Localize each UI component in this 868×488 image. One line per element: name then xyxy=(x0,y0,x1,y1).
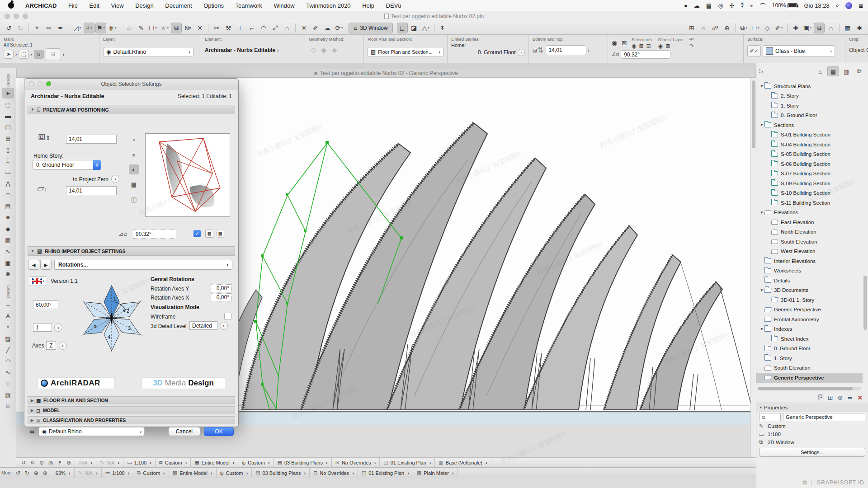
hscrollbar-thumb[interactable] xyxy=(758,387,853,390)
label-tool-icon[interactable]: ⌖ xyxy=(2,322,14,333)
navigator-tree-item[interactable]: Details xyxy=(756,276,863,286)
zoom-back-icon[interactable]: ↺ xyxy=(14,469,23,477)
quick-option-segment[interactable]: ▤ 03 Building Plans xyxy=(274,458,332,467)
publisher-button[interactable]: ⧉ xyxy=(854,66,865,76)
walk-mode-icon[interactable]: ↟ xyxy=(437,23,448,33)
perspective-icon[interactable]: ◻ xyxy=(397,23,408,33)
geometry-option-icon[interactable]: ◈ xyxy=(332,46,337,54)
separator[interactable] xyxy=(434,23,434,33)
separator[interactable] xyxy=(839,23,840,33)
navigator-tree-item[interactable]: S-04 Building Section xyxy=(756,140,863,150)
separator[interactable] xyxy=(787,23,788,33)
zoom-in-icon[interactable]: ⊕ xyxy=(37,459,46,467)
settings-button[interactable]: Settings... xyxy=(759,448,865,457)
syringe-icon[interactable]: ✒ xyxy=(55,23,66,33)
bottom-elevation-field[interactable]: 14,01 xyxy=(66,186,117,195)
floorplan-display-dropdown[interactable]: ▨ Floor Plan and Section... › xyxy=(368,47,443,57)
surface-dropdown[interactable]: Glass - Blue › xyxy=(763,45,835,57)
quick-option-segment[interactable]: ⊡ No Overrides xyxy=(310,468,358,478)
crop-value[interactable]: Object Crop... xyxy=(849,47,868,53)
navigator-tree-item[interactable]: S-01 Building Section xyxy=(756,130,863,140)
snap-points-icon[interactable]: ⚑ xyxy=(95,23,106,33)
morph-icon[interactable]: ✐ xyxy=(310,23,321,33)
prev-page-button[interactable]: ◀ xyxy=(28,260,39,270)
section-floorplan[interactable]: ▶ ▨ FLOOR PLAN AND SECTION xyxy=(28,396,235,404)
menu-item[interactable]: Window xyxy=(269,2,299,9)
ok-button[interactable]: OK xyxy=(204,427,234,436)
navigator-tree-item[interactable]: Generic Perspective xyxy=(756,373,863,383)
curtain-wall-tool-icon[interactable]: ▤ xyxy=(2,201,14,211)
walk-icon[interactable]: ↟ xyxy=(55,459,64,467)
project-chooser-button[interactable]: ⫶› xyxy=(759,68,763,75)
beam-tool-icon[interactable]: ⌶ xyxy=(2,155,14,166)
menu-item[interactable]: View xyxy=(106,2,129,9)
quick-option-segment[interactable]: ▭ 1:100 xyxy=(123,458,156,467)
menubar-clock[interactable]: Gio 18:28 xyxy=(804,2,829,9)
quick-option-segment[interactable]: ▥ Base (Vettoriale) xyxy=(435,458,491,467)
rotation-y-field[interactable]: 0,00° xyxy=(211,284,231,292)
chevron-right-icon[interactable]: › xyxy=(518,49,525,56)
favorites-icon[interactable]: ★ xyxy=(159,23,170,33)
axonometry-icon[interactable]: ◪ xyxy=(409,23,420,33)
arc-tool-icon[interactable]: ◠ xyxy=(2,356,14,366)
menu-item[interactable]: Teamwork xyxy=(231,2,267,9)
dialog-layer-dropdown[interactable]: ◉ Default.Rhino › xyxy=(38,427,145,436)
expand-arrow-icon[interactable] xyxy=(759,211,764,215)
show-all-icon[interactable]: ⌂ xyxy=(826,23,836,33)
wall-tool-icon[interactable]: ▬ xyxy=(2,110,14,121)
stair-tool-icon[interactable]: ≡ xyxy=(2,212,14,223)
object-default-button[interactable]: ⌻ xyxy=(46,48,61,60)
top-offset-field[interactable]: 14,01 xyxy=(546,45,586,55)
split-icon[interactable]: ✂ xyxy=(211,23,222,33)
screen-mirroring-icon[interactable]: ● xyxy=(684,2,688,9)
navigator-tree-item[interactable]: S-10 Building Section xyxy=(756,188,863,198)
pick-up-parameters-icon[interactable]: ⌖ xyxy=(32,23,42,33)
quick-option-segment[interactable]: ◫ 01 Existing Plan xyxy=(380,458,435,467)
text-tool-icon[interactable]: A xyxy=(2,310,14,321)
quick-option-segment[interactable]: ▦ Entire Model xyxy=(191,458,238,467)
snap-guides-icon[interactable]: ⌗ xyxy=(84,23,94,33)
menu-item[interactable]: File xyxy=(63,2,83,9)
info-icon[interactable]: ⓘ xyxy=(129,194,139,204)
navigator-tree-item[interactable]: S-05 Building Section xyxy=(756,150,863,160)
groups-icon[interactable]: ⧉ xyxy=(171,23,182,33)
slab-tool-icon[interactable]: ▭ xyxy=(2,167,14,178)
graphisoft-id-label[interactable]: GRAPHISOFT ID xyxy=(816,479,864,486)
creative-cloud-icon[interactable]: ◎ xyxy=(718,2,723,9)
separator[interactable] xyxy=(735,23,736,33)
navigator-tree-item[interactable]: West Elevation xyxy=(756,247,863,257)
wifi-icon[interactable]: ⌒ xyxy=(760,1,766,10)
axes-chevron[interactable]: › xyxy=(59,342,67,350)
navigator-tree-item[interactable]: S-09 Building Section xyxy=(756,178,863,188)
fill-tool-icon[interactable]: ▨ xyxy=(2,333,14,344)
fillet-icon[interactable]: ◠ xyxy=(258,23,269,33)
section-model[interactable]: ▶ ◻ MODEL xyxy=(28,406,235,414)
wireframe-checkbox[interactable] xyxy=(224,313,231,320)
separator[interactable] xyxy=(295,23,296,33)
project-map-button[interactable]: ⌂ xyxy=(814,66,826,76)
properties-header[interactable]: ▾ Properties xyxy=(756,403,868,412)
section-preview-positioning[interactable]: ▼ ⌻ PREVIEW AND POSITIONING xyxy=(28,105,235,114)
navigator-tree-item[interactable]: 3D Documents xyxy=(756,286,863,296)
bounding-box-icon[interactable]: ☐ xyxy=(750,23,761,33)
quick-option-segment[interactable]: ⊡ No Overrides xyxy=(332,458,380,467)
intersect-icon[interactable]: ⌐ xyxy=(246,23,257,33)
navigator-tree-item[interactable]: 0. Ground Floor xyxy=(756,111,863,121)
chevron-right-icon[interactable]: › xyxy=(588,48,590,53)
navigator-tree-item[interactable]: Sheet Index xyxy=(756,334,863,344)
sector-count-chevron[interactable]: › xyxy=(54,324,62,332)
shell-tool-icon[interactable]: ◠ xyxy=(2,189,14,200)
rotation-angle-field[interactable]: 90,32° xyxy=(621,50,670,59)
toolbox-group-document[interactable]: Docum xyxy=(6,280,10,298)
paint-icon[interactable]: ✐ xyxy=(774,23,784,33)
bluetooth-icon[interactable]: ⌁ xyxy=(750,2,754,9)
menu-item[interactable]: Options xyxy=(198,2,229,9)
notification-center-icon[interactable]: ≣ xyxy=(859,2,863,9)
zoom-back-icon[interactable]: ↺ xyxy=(19,459,28,467)
expand-arrow-icon[interactable] xyxy=(759,288,764,292)
menu-item[interactable]: Design xyxy=(130,2,158,9)
roof-tool-icon[interactable]: ⋀ xyxy=(2,178,14,189)
view-name-field[interactable]: Generic Perspective xyxy=(783,413,865,421)
fit-in-window-icon[interactable]: ⊛ xyxy=(64,459,73,467)
axes-field[interactable]: Z xyxy=(46,341,56,350)
